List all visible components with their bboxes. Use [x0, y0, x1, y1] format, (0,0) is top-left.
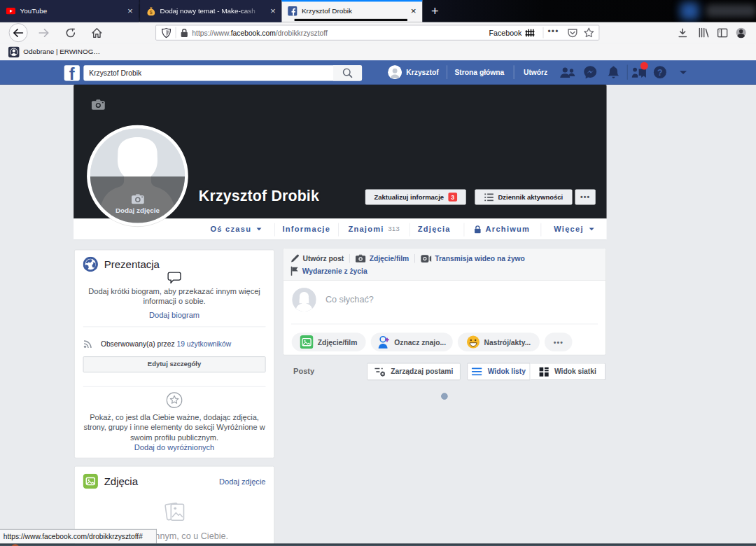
downloads-button[interactable]: [674, 22, 691, 43]
url-text[interactable]: https://www.facebook.com/drobikkrzysztof…: [192, 29, 489, 37]
page-actions-icon[interactable]: •••: [548, 27, 559, 36]
container-badge-label: Facebook: [489, 29, 522, 37]
composer-tab-photo[interactable]: Zdjęcie/film: [356, 253, 409, 265]
new-tab-button[interactable]: +: [426, 2, 444, 20]
youtube-icon: [6, 6, 15, 15]
tab-archiwum[interactable]: Archiwum: [464, 218, 540, 240]
reload-button[interactable]: [62, 22, 79, 43]
activity-log-button[interactable]: Dziennik aktywności: [475, 189, 572, 204]
composer-placeholder[interactable]: Co słychać?: [326, 295, 374, 304]
header-profile-link[interactable]: Krzysztof: [406, 68, 438, 76]
help-button[interactable]: ?: [653, 65, 667, 79]
composer-tab-label: Utwórz post: [302, 254, 344, 262]
search-button[interactable]: [333, 65, 362, 80]
tab-znajomi[interactable]: Znajomi 313: [338, 218, 410, 240]
update-info-badge: 3: [448, 192, 457, 202]
home-button[interactable]: [89, 22, 106, 43]
add-featured-link[interactable]: Dodaj do wyróżnionych: [75, 442, 274, 451]
account-button[interactable]: [733, 22, 750, 43]
svg-text:$: $: [149, 10, 152, 15]
close-icon[interactable]: ×: [270, 6, 276, 15]
intro-card: Prezentacja Dodaj krótki biogram, aby pr…: [74, 250, 274, 458]
pill-label: Zdjęcie/film: [318, 338, 358, 346]
tab-os-czasu[interactable]: Oś czasu: [197, 218, 275, 240]
divider: [349, 254, 350, 263]
list-view-button[interactable]: Widok listy: [467, 363, 530, 381]
photo-video-pill[interactable]: Zdjęcie/film: [292, 332, 366, 351]
facebook-icon: [288, 6, 297, 15]
add-cover-photo-button[interactable]: [89, 95, 108, 114]
cover-more-button[interactable]: •••: [575, 189, 595, 204]
add-photo-link[interactable]: Dodaj zdjęcie: [219, 477, 265, 486]
library-icon: [698, 28, 708, 38]
pages-feed-button[interactable]: [631, 66, 647, 78]
composer-tab-live[interactable]: Transmisja wideo na żywo: [421, 253, 525, 265]
url-bar[interactable]: https://www.facebook.com/drobikkrzysztof…: [155, 25, 599, 41]
header-home-link[interactable]: Strona główna: [455, 68, 505, 76]
friends-count: 313: [388, 225, 399, 233]
close-icon[interactable]: ×: [127, 6, 133, 15]
manage-posts-label: Zarządzaj postami: [391, 368, 453, 376]
update-info-button[interactable]: Zaktualizuj informacje 3: [365, 189, 466, 204]
profile-picture-silhouette: Dodaj zdjęcie: [90, 128, 185, 223]
user-avatar[interactable]: [388, 65, 402, 79]
close-icon[interactable]: ×: [411, 6, 416, 15]
camera-icon: [91, 99, 105, 111]
header-create-link[interactable]: Utwórz: [524, 68, 547, 76]
composer-tabs: Utwórz post Zdjęcie/film Transmisja wide…: [284, 248, 606, 281]
edit-details-button[interactable]: Edytuj szczegóły: [83, 356, 266, 372]
sidebar-button[interactable]: [714, 22, 731, 43]
composer-tab-life-event[interactable]: Wydarzenie z życia: [290, 265, 598, 277]
composer-tab-label: Zdjęcie/film: [370, 254, 410, 262]
browser-tab-makecash[interactable]: $ Dodaj nowy temat - Make-cash ×: [140, 0, 281, 22]
facebook-search-box[interactable]: Krzysztof Drobik: [83, 65, 362, 80]
tag-person-icon: [377, 335, 390, 349]
urlbar-divider: [176, 27, 176, 38]
caret-down-icon: [256, 227, 262, 231]
bookmark-item[interactable]: Odebrane | ERWINOG…: [8, 46, 100, 57]
bookmark-label: Odebrane | ERWINOG…: [23, 48, 100, 55]
featured-prompt-text: Pokaż, co jest dla Ciebie ważne, dodając…: [80, 412, 269, 442]
forward-button[interactable]: [36, 22, 52, 43]
library-button[interactable]: [695, 22, 712, 43]
back-button[interactable]: [9, 23, 28, 42]
tab-zdjecia[interactable]: Zdjęcia: [410, 218, 464, 240]
search-input[interactable]: Krzysztof Drobik: [89, 69, 333, 77]
composer-actions: Zdjęcie/film Oznacz znajo... Nastrój/akt…: [284, 324, 606, 357]
add-bio-link[interactable]: Dodaj biogram: [75, 310, 274, 319]
tracking-shield-icon[interactable]: [162, 27, 171, 38]
composer-more-pill[interactable]: •••: [545, 332, 573, 351]
photos-green-icon: [83, 474, 98, 489]
pocket-icon[interactable]: [567, 27, 578, 38]
messenger-button[interactable]: [584, 65, 598, 79]
caret-down-icon: [589, 227, 594, 231]
active-tab-underline: [295, 19, 407, 21]
tab-wiecej[interactable]: Więcej: [540, 218, 605, 240]
grid-view-button[interactable]: Widok siatki: [530, 363, 606, 381]
composer-tab-create-post[interactable]: Utwórz post: [290, 253, 344, 265]
back-icon: [13, 28, 24, 37]
lock-icon[interactable]: [181, 28, 188, 37]
tab-label: Informacje: [282, 225, 330, 234]
tag-friends-pill[interactable]: Oznacz znajo...: [370, 332, 452, 351]
friend-requests-button[interactable]: [560, 66, 576, 78]
notifications-button[interactable]: [608, 65, 620, 79]
tab-title: YouTube: [20, 7, 124, 15]
profile-picture[interactable]: Dodaj zdjęcie: [87, 125, 188, 227]
status-url-text: https://www.facebook.com/drobikkrzysztof…: [4, 533, 143, 541]
tab-informacje[interactable]: Informacje: [274, 218, 338, 240]
header-divider: [447, 65, 447, 79]
camera-icon: [356, 254, 366, 263]
facebook-logo[interactable]: f: [64, 65, 80, 80]
followers-link[interactable]: 19 użytkowników: [176, 340, 231, 348]
browser-tab-youtube[interactable]: YouTube ×: [0, 0, 139, 22]
account-menu-button[interactable]: [679, 69, 687, 75]
container-fence-icon: [525, 28, 536, 37]
feeling-activity-pill[interactable]: Nastrój/akty...: [458, 332, 540, 351]
bookmark-star-icon[interactable]: [583, 27, 594, 38]
messenger-icon: [584, 65, 598, 79]
add-profile-photo-label[interactable]: Dodaj zdjęcie: [90, 207, 185, 215]
tab-label: Zdjęcia: [418, 225, 451, 234]
manage-posts-button[interactable]: Zarządzaj postami: [367, 363, 460, 381]
blurred-notification: [680, 2, 699, 20]
